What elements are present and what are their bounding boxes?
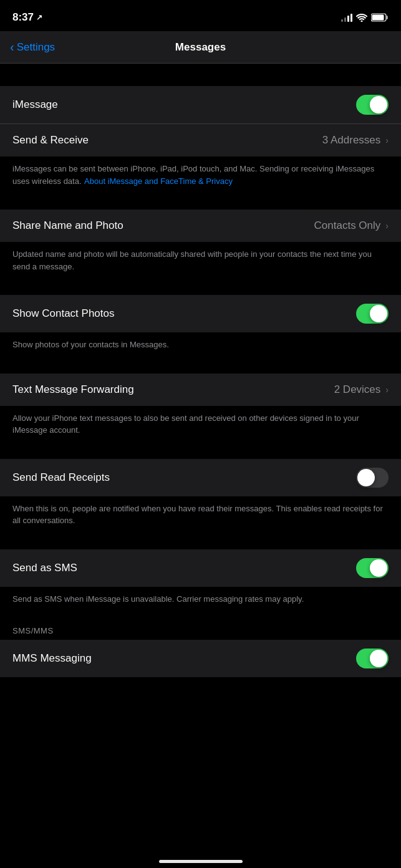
contact-photos-row[interactable]: Show Contact Photos xyxy=(0,295,401,332)
send-as-sms-description-block: Send as SMS when iMessage is unavailable… xyxy=(0,587,401,615)
contact-photos-description: Show photos of your contacts in Messages… xyxy=(12,340,169,349)
text-forwarding-value: 2 Devices xyxy=(334,383,381,396)
toggle-knob-3 xyxy=(357,469,375,486)
back-button[interactable]: ‹ Settings xyxy=(10,40,55,54)
text-forwarding-row[interactable]: Text Message Forwarding 2 Devices › xyxy=(0,374,401,406)
contact-photos-description-block: Show photos of your contacts in Messages… xyxy=(0,332,401,361)
sms-mms-label: SMS/MMS xyxy=(12,626,54,635)
bottom-padding xyxy=(0,677,401,715)
read-receipts-row[interactable]: Send Read Receipts xyxy=(0,459,401,496)
send-receive-value-group: 3 Addresses › xyxy=(322,134,389,147)
read-receipts-label: Send Read Receipts xyxy=(12,471,110,484)
contact-photos-group: Show Contact Photos xyxy=(0,295,401,332)
section-gap-4 xyxy=(0,361,401,374)
share-name-row[interactable]: Share Name and Photo Contacts Only › xyxy=(0,210,401,242)
sms-mms-section-label-block: SMS/MMS xyxy=(0,615,401,640)
wifi-icon xyxy=(356,13,367,22)
text-forwarding-label: Text Message Forwarding xyxy=(12,383,134,396)
toggle-knob-4 xyxy=(370,559,387,577)
send-receive-value: 3 Addresses xyxy=(322,134,381,147)
home-indicator xyxy=(159,860,243,863)
toggle-knob-2 xyxy=(370,305,387,322)
status-time: 8:37 ↗ xyxy=(12,11,42,24)
chevron-right-icon-3: › xyxy=(385,385,389,395)
read-receipts-group: Send Read Receipts xyxy=(0,459,401,496)
imessage-label: iMessage xyxy=(12,99,58,111)
send-as-sms-toggle[interactable] xyxy=(356,558,389,578)
section-gap-1 xyxy=(0,64,401,86)
time-display: 8:37 xyxy=(12,11,34,24)
share-name-group: Share Name and Photo Contacts Only › xyxy=(0,210,401,242)
status-icons xyxy=(341,13,389,22)
section-gap-3 xyxy=(0,282,401,295)
back-label: Settings xyxy=(17,41,55,54)
read-receipts-toggle[interactable] xyxy=(356,468,389,488)
send-as-sms-label: Send as SMS xyxy=(12,562,77,574)
text-forwarding-group: Text Message Forwarding 2 Devices › xyxy=(0,374,401,406)
contact-photos-label: Show Contact Photos xyxy=(12,307,114,320)
text-forwarding-description: Allow your iPhone text messages to also … xyxy=(12,413,359,435)
contact-photos-toggle[interactable] xyxy=(356,304,389,324)
chevron-right-icon-2: › xyxy=(385,221,389,231)
section-gap-5 xyxy=(0,446,401,459)
imessage-description-block: iMessages can be sent between iPhone, iP… xyxy=(0,157,401,197)
svg-rect-2 xyxy=(372,15,384,21)
read-receipts-description-block: When this is on, people are notified whe… xyxy=(0,496,401,537)
imessage-link[interactable]: About iMessage and FaceTime & Privacy xyxy=(84,176,233,186)
text-forwarding-value-group: 2 Devices › xyxy=(334,383,389,396)
battery-icon xyxy=(371,13,389,22)
read-receipts-description: When this is on, people are notified whe… xyxy=(12,504,383,526)
send-as-sms-row[interactable]: Send as SMS xyxy=(0,549,401,587)
mms-messaging-group: MMS Messaging xyxy=(0,640,401,677)
mms-messaging-row[interactable]: MMS Messaging xyxy=(0,640,401,677)
send-receive-label: Send & Receive xyxy=(12,134,89,147)
share-name-value-group: Contacts Only › xyxy=(314,219,389,232)
send-as-sms-group: Send as SMS xyxy=(0,549,401,587)
toggle-knob-5 xyxy=(370,650,387,667)
signal-icon xyxy=(341,13,352,22)
imessage-toggle[interactable] xyxy=(356,95,389,115)
share-name-value: Contacts Only xyxy=(314,219,381,232)
imessage-row[interactable]: iMessage xyxy=(0,86,401,124)
nav-bar: ‹ Settings Messages xyxy=(0,31,401,64)
text-forwarding-description-block: Allow your iPhone text messages to also … xyxy=(0,406,401,446)
send-as-sms-description: Send as SMS when iMessage is unavailable… xyxy=(12,594,304,604)
status-bar: 8:37 ↗ xyxy=(0,0,401,31)
svg-rect-1 xyxy=(387,16,389,19)
share-name-label: Share Name and Photo xyxy=(12,219,123,232)
section-gap-6 xyxy=(0,537,401,549)
location-icon: ↗ xyxy=(36,13,42,22)
section-gap-2 xyxy=(0,197,401,210)
mms-messaging-label: MMS Messaging xyxy=(12,652,92,665)
chevron-right-icon: › xyxy=(385,135,389,145)
mms-messaging-toggle[interactable] xyxy=(356,649,389,668)
page-title: Messages xyxy=(175,41,226,54)
toggle-knob xyxy=(370,96,387,113)
share-name-description: Updated name and photo will be automatic… xyxy=(12,249,372,271)
send-receive-row[interactable]: Send & Receive 3 Addresses › xyxy=(0,124,401,157)
chevron-left-icon: ‹ xyxy=(10,40,14,54)
imessage-group: iMessage Send & Receive 3 Addresses › xyxy=(0,86,401,157)
share-name-description-block: Updated name and photo will be automatic… xyxy=(0,242,401,282)
